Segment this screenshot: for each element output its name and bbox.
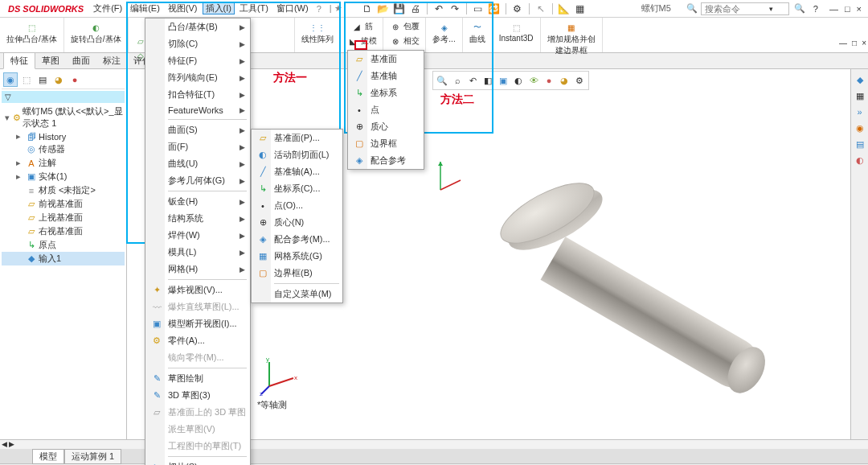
menu-cut[interactable]: 切除(C)▶: [145, 35, 250, 52]
add-bounding-box-button[interactable]: ▦ 增加规格并创建边界框: [544, 19, 599, 58]
tab-model[interactable]: 模型: [32, 449, 64, 464]
hide-show-icon[interactable]: 👁: [526, 73, 541, 88]
reference-geom-button[interactable]: ◈ 参考...: [429, 19, 458, 47]
intersect-button[interactable]: ⊗相交: [387, 34, 422, 48]
menu-weldments[interactable]: 焊件(W)▶: [145, 227, 250, 244]
tab-surfaces[interactable]: 曲面: [66, 53, 96, 68]
tree-top-plane[interactable]: ▱上视基准面: [2, 211, 125, 224]
submenu-customize[interactable]: 自定义菜单(M): [252, 286, 342, 302]
ref-drop-mate-ref[interactable]: ◈配合参考: [348, 152, 424, 169]
tree-root[interactable]: ▾⚙螺钉M5 (默认<<默认>_显示状态 1: [2, 105, 125, 130]
menu-fastening[interactable]: 扣合特征(T)▶: [145, 86, 250, 103]
submenu-grid[interactable]: ▦网格系统(G): [252, 248, 342, 265]
qa-new-icon[interactable]: 🗋: [361, 2, 374, 15]
submenu-plane[interactable]: ▱基准面(P)...: [252, 130, 342, 146]
tab-annotations[interactable]: 标注: [96, 53, 127, 68]
qa-print-icon[interactable]: 🖨: [409, 2, 422, 15]
tree-right-plane[interactable]: ▱右视基准面: [2, 224, 125, 238]
tree-history[interactable]: ▸🗐History: [2, 130, 125, 142]
edit-appearance-icon[interactable]: ●: [542, 73, 556, 88]
zoom-area-icon[interactable]: ⌕: [450, 73, 465, 88]
extrude-boss-button[interactable]: ⬚ 拉伸凸台/基体: [3, 19, 60, 47]
menu-slice[interactable]: ✂切片(S)...: [145, 459, 250, 465]
inner-maximize[interactable]: □: [852, 39, 857, 47]
zoom-fit-icon[interactable]: 🔍: [435, 73, 449, 88]
qa-select-icon[interactable]: ▭: [472, 2, 485, 15]
tree-material[interactable]: ≡材质 <未指定>: [2, 183, 125, 197]
menu-mesh[interactable]: 网格(H)▶: [145, 261, 250, 278]
tab-features[interactable]: 特征: [3, 52, 35, 69]
qa-cursor-icon[interactable]: ↖: [534, 2, 547, 15]
revolve-boss-button[interactable]: ◐ 旋转凸台/基体: [68, 19, 125, 47]
tree-sensors[interactable]: ◎传感器: [2, 142, 125, 156]
menu-window[interactable]: 窗口(W): [273, 1, 312, 16]
rt-icon-1[interactable]: ◆: [853, 72, 867, 87]
menu-sheet-metal[interactable]: 钣金(H)▶: [145, 193, 250, 210]
qa-redo-icon[interactable]: ↷: [448, 2, 461, 15]
menu-featureworks[interactable]: FeatureWorks▶: [145, 103, 250, 117]
qa-rebuild-icon[interactable]: 🔁: [488, 2, 501, 15]
menu-boss[interactable]: 凸台/基体(B)▶: [145, 19, 250, 35]
qa-app-icon[interactable]: ▦: [574, 2, 587, 15]
ref-drop-coord[interactable]: ↳坐标系: [348, 84, 424, 101]
rt-icon-4[interactable]: ◉: [853, 121, 867, 135]
menu-pattern[interactable]: 阵列/镜向(E)▶: [145, 69, 250, 86]
apply-scene-icon[interactable]: ◕: [557, 73, 571, 88]
qa-options-icon[interactable]: ⚙: [511, 2, 524, 15]
qa-save-icon[interactable]: 💾: [393, 2, 406, 15]
menu-insert[interactable]: 插入(I): [203, 2, 235, 14]
tree-annotations[interactable]: ▸A注解: [2, 156, 125, 170]
menu-surface[interactable]: 曲面(S)▶: [145, 121, 250, 138]
submenu-live-section[interactable]: ◐活动剖切面(L): [252, 146, 342, 163]
menu-struct[interactable]: 结构系统▶: [145, 210, 250, 227]
maximize-button[interactable]: □: [845, 4, 850, 14]
menu-sketch3d[interactable]: ✎3D 草图(3): [145, 387, 250, 404]
view-orient-icon[interactable]: ▣: [496, 73, 510, 88]
tab-sketch[interactable]: 草图: [35, 53, 66, 68]
ref-drop-plane[interactable]: ▱基准面: [348, 51, 424, 68]
ref-drop-bbox[interactable]: ▢边界框: [348, 135, 424, 152]
submenu-axis[interactable]: ╱基准轴(A)...: [252, 163, 342, 180]
menu-break[interactable]: ▣模型断开视图(I)...: [145, 315, 250, 332]
ref-drop-com[interactable]: ⊕质心: [348, 118, 424, 135]
menu-features[interactable]: 特征(F)▶: [145, 52, 250, 69]
curves-button[interactable]: 〜 曲线: [466, 19, 489, 47]
menu-curve[interactable]: 曲线(U)▶: [145, 155, 250, 172]
linear-pattern-button[interactable]: ⋮⋮ 线性阵列: [298, 19, 337, 47]
menu-view[interactable]: 视图(V): [165, 1, 201, 16]
tree-tab-appearance-icon[interactable]: ●: [68, 72, 82, 87]
menu-help[interactable]: ?: [313, 4, 325, 14]
rt-icon-5[interactable]: ▤: [853, 137, 867, 151]
minimize-button[interactable]: —: [829, 4, 838, 14]
tree-tab-feature-icon[interactable]: ◉: [3, 72, 18, 87]
tree-front-plane[interactable]: ▱前视基准面: [2, 197, 125, 211]
tree-filter[interactable]: ▽: [2, 91, 125, 103]
submenu-coord[interactable]: ↳坐标系(C)...: [252, 180, 342, 197]
ref-drop-point[interactable]: •点: [348, 101, 424, 118]
rt-icon-6[interactable]: ◐: [853, 153, 867, 167]
rt-icon-2[interactable]: ▦: [853, 88, 867, 103]
qa-undo-icon[interactable]: ↶: [432, 2, 445, 15]
close-button[interactable]: ×: [857, 4, 862, 14]
tree-tab-property-icon[interactable]: ▤: [35, 72, 50, 87]
tree-tab-display-icon[interactable]: ◕: [51, 72, 66, 87]
menu-ref-geom[interactable]: 参考几何体(G)▶: [145, 172, 250, 189]
rib-button[interactable]: ◢筋: [348, 19, 375, 34]
qa-measure-icon[interactable]: 📐: [558, 2, 571, 15]
tree-imported[interactable]: ◆输入1: [2, 252, 125, 265]
submenu-mate-ref[interactable]: ◈配合参考(M)...: [252, 231, 342, 248]
view-settings-icon[interactable]: ⚙: [572, 73, 587, 88]
display-style-icon[interactable]: ◐: [511, 73, 526, 88]
menu-molds[interactable]: 模具(L)▶: [145, 244, 250, 261]
tree-solids[interactable]: ▸▣实体(1): [2, 170, 125, 183]
qa-open-icon[interactable]: 📂: [377, 2, 390, 15]
help-button[interactable]: ?: [810, 2, 821, 15]
menu-explode[interactable]: ✦爆炸视图(V)...: [145, 282, 250, 298]
menu-sketch2d[interactable]: ✎草图绘制: [145, 370, 250, 387]
menu-part[interactable]: ⚙零件(A)...: [145, 332, 250, 349]
rt-icon-3[interactable]: »: [853, 105, 867, 119]
wrap-button[interactable]: ⊕包覆: [387, 19, 422, 34]
tree-tab-config-icon[interactable]: ⬚: [19, 72, 34, 87]
draft-button[interactable]: ◣拔模: [344, 34, 379, 48]
prev-view-icon[interactable]: ↶: [465, 73, 480, 88]
